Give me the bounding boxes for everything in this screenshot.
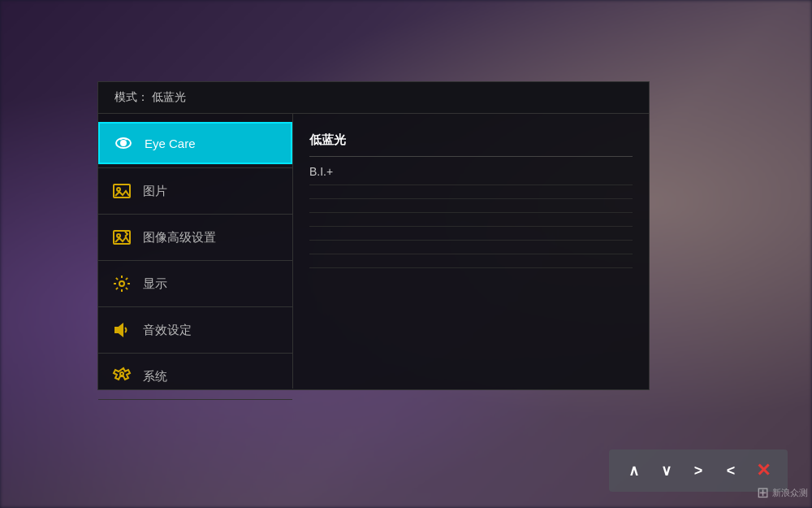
right-item-7: [309, 241, 633, 254]
right-item-3: [309, 185, 633, 199]
nav-up-button[interactable]: ∧: [619, 456, 648, 485]
left-menu: Eye Care 图片: [98, 114, 293, 389]
right-item-low-blue: 低蓝光: [309, 126, 633, 157]
right-item-4: [309, 199, 633, 213]
svg-point-3: [117, 188, 120, 191]
sidebar-item-display[interactable]: 显示: [98, 264, 292, 303]
sidebar-item-picture[interactable]: 图片: [98, 172, 292, 211]
sina-watermark: ⊞ 新浪众测: [757, 484, 808, 501]
display-icon: [110, 272, 133, 295]
content-area: Eye Care 图片: [98, 114, 649, 389]
menu-divider-3: [98, 260, 292, 261]
picture-icon: [110, 180, 133, 202]
svg-marker-7: [115, 324, 123, 336]
menu-divider-4: [98, 306, 292, 307]
menu-divider-1: [98, 167, 292, 168]
nav-down-button[interactable]: ∨: [651, 456, 680, 485]
system-icon: [110, 365, 133, 388]
sidebar-item-label-system: 系统: [143, 369, 167, 384]
sidebar-item-label-display: 显示: [143, 276, 167, 292]
title-mode-label: 模式：: [114, 90, 149, 103]
right-item-8: [309, 254, 633, 268]
svg-point-1: [121, 141, 126, 145]
sidebar-item-label-audio: 音效设定: [143, 323, 192, 338]
menu-divider-5: [98, 353, 292, 354]
sidebar-item-label-eye-care: Eye Care: [145, 137, 196, 150]
audio-icon: [110, 319, 133, 341]
svg-point-8: [120, 372, 123, 376]
menu-divider-6: [98, 399, 292, 400]
sidebar-item-eye-care[interactable]: Eye Care: [98, 122, 292, 164]
title-mode-value: 低蓝光: [152, 90, 186, 103]
sidebar-item-audio[interactable]: 音效设定: [98, 310, 292, 350]
nav-right-button[interactable]: >: [684, 456, 713, 485]
right-item-6: [309, 227, 633, 241]
sidebar-item-label-picture: 图片: [143, 184, 167, 199]
osd-container: 模式： 低蓝光 Eye Care: [97, 81, 650, 390]
menu-divider-2: [98, 214, 292, 215]
nav-close-button[interactable]: ✕: [749, 456, 778, 485]
sidebar-item-label-picture-advanced: 图像高级设置: [143, 230, 216, 245]
title-bar: 模式： 低蓝光: [98, 82, 649, 114]
right-item-bi-plus: B.I.+: [309, 158, 633, 185]
right-item-5: [309, 213, 633, 227]
svg-point-5: [117, 234, 120, 237]
nav-left-button[interactable]: <: [716, 456, 745, 485]
svg-point-6: [119, 281, 124, 286]
eye-icon: [112, 132, 135, 154]
sidebar-item-picture-advanced[interactable]: 图像高级设置: [98, 218, 292, 257]
sidebar-item-system[interactable]: 系统: [98, 357, 292, 396]
picture-advanced-icon: [110, 226, 133, 249]
right-panel: 低蓝光 B.I.+: [293, 114, 649, 389]
